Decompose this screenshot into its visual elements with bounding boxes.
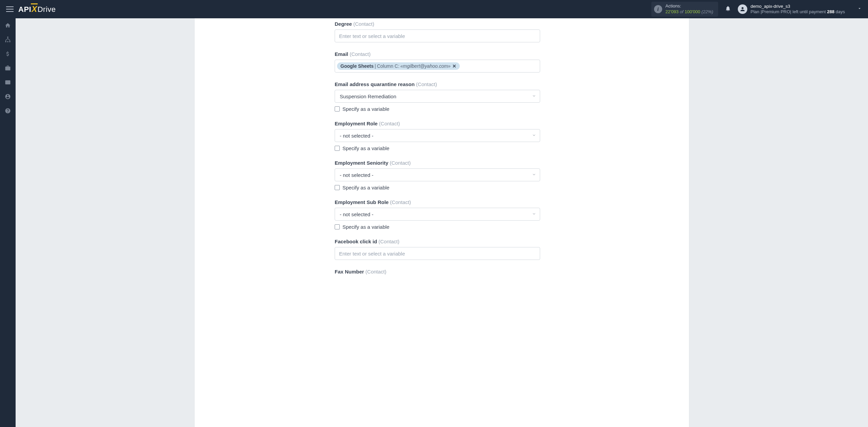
svg-rect-3: [7, 41, 8, 42]
actions-usage[interactable]: i Actions: 22'093 of 100'000 (22%): [651, 2, 718, 17]
sidebar-home[interactable]: [0, 18, 16, 33]
sidebar-video[interactable]: [0, 75, 16, 89]
logo-text-x: X: [32, 4, 37, 14]
user-menu[interactable]: demo_apix-drive_s3 Plan |Premium PRO| le…: [738, 4, 845, 15]
email-input[interactable]: Google Sheets | Column C: «mgilbert@yaho…: [335, 60, 540, 73]
quarantine-select[interactable]: Suspension Remediation: [335, 90, 540, 103]
facebook-click-id-label: Facebook click id (Contact): [335, 239, 540, 244]
employment-role-variable-label[interactable]: Specify as a variable: [342, 145, 389, 151]
sidebar-help[interactable]: [0, 104, 16, 118]
logo-text-api: API: [18, 5, 31, 14]
sidebar-profile[interactable]: [0, 89, 16, 104]
sidebar-billing[interactable]: [0, 47, 16, 61]
employment-seniority-select[interactable]: - not selected -: [335, 168, 540, 181]
employment-subrole-variable-checkbox[interactable]: [335, 224, 340, 229]
employment-subrole-variable-label[interactable]: Specify as a variable: [342, 224, 389, 230]
degree-input[interactable]: [335, 29, 540, 42]
employment-seniority-variable-checkbox[interactable]: [335, 185, 340, 190]
logo[interactable]: API X Drive: [18, 4, 56, 14]
svg-rect-2: [9, 41, 11, 42]
employment-role-label: Employment Role (Contact): [335, 121, 540, 126]
sidebar-connections[interactable]: [0, 33, 16, 47]
employment-subrole-select[interactable]: - not selected -: [335, 208, 540, 221]
quarantine-variable-checkbox[interactable]: [335, 106, 340, 111]
header-chevron-down-icon[interactable]: [857, 6, 862, 12]
logo-text-drive: Drive: [38, 5, 56, 14]
notifications-icon[interactable]: [725, 5, 731, 13]
employment-seniority-variable-label[interactable]: Specify as a variable: [342, 185, 389, 190]
menu-toggle[interactable]: [6, 6, 14, 12]
info-icon: i: [654, 5, 662, 13]
svg-rect-0: [7, 37, 8, 38]
sidebar: [0, 18, 16, 427]
employment-role-select[interactable]: - not selected -: [335, 129, 540, 142]
email-label: Email (Contact): [335, 51, 540, 57]
employment-subrole-label: Employment Sub Role (Contact): [335, 199, 540, 205]
avatar-icon: [738, 4, 747, 14]
facebook-click-id-input[interactable]: [335, 247, 540, 260]
fax-number-label: Fax Number (Contact): [335, 269, 540, 274]
remove-tag-icon[interactable]: ✕: [452, 63, 456, 69]
employment-seniority-label: Employment Seniority (Contact): [335, 160, 540, 166]
employment-role-variable-checkbox[interactable]: [335, 146, 340, 151]
user-text: demo_apix-drive_s3 Plan |Premium PRO| le…: [751, 4, 845, 15]
actions-text: Actions: 22'093 of 100'000 (22%): [666, 3, 713, 15]
email-variable-tag: Google Sheets | Column C: «mgilbert@yaho…: [337, 62, 460, 70]
svg-rect-1: [5, 41, 6, 42]
quarantine-label: Email address quarantine reason (Contact…: [335, 81, 540, 87]
sidebar-briefcase[interactable]: [0, 61, 16, 75]
degree-label: Degree (Contact): [335, 21, 540, 27]
quarantine-variable-label[interactable]: Specify as a variable: [342, 106, 389, 112]
